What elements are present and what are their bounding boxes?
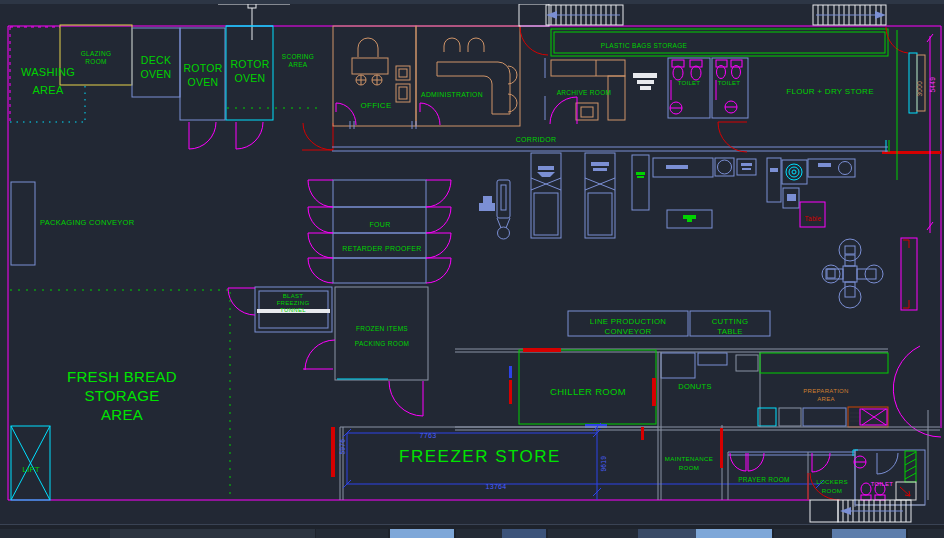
taskbar-button[interactable]	[832, 529, 906, 538]
taskbar-button[interactable]	[696, 529, 772, 538]
taskbar-button[interactable]	[316, 529, 388, 538]
label-blast-tunnel: BLAST FREEZING TUNNEL	[258, 293, 328, 314]
label-toilet-2: TOILET	[708, 79, 750, 88]
label-maintenance-room: MAINTENANCE ROOM	[658, 454, 720, 473]
taskbar-button[interactable]	[456, 529, 502, 538]
room-toilet-bottom	[853, 410, 928, 505]
label-glazing-room: GLAZING ROOM	[58, 50, 134, 66]
label-scoring-area: SCORING AREA	[270, 53, 326, 70]
label-lift: LIFT	[13, 464, 49, 476]
label-donuts: DONUTS	[665, 382, 725, 393]
room-flour-store	[882, 27, 941, 233]
label-toilet-1: TOILET	[668, 79, 710, 88]
label-lockers-room: LOCKERS ROOM	[806, 478, 858, 495]
label-administration: ADMINISTRATION	[416, 90, 488, 100]
label-corridor: CORRIDOR	[508, 135, 564, 145]
taskbar-button[interactable]	[110, 529, 315, 538]
label-washing-area: WASHING AREA	[8, 64, 88, 99]
label-chiller-room: CHILLER ROOM	[526, 385, 650, 399]
label-freezer-store: FREEZER STORE	[370, 445, 590, 470]
taskbar-button[interactable]	[638, 529, 696, 538]
taskbar-button[interactable]	[774, 529, 832, 538]
packaging-conveyor	[11, 182, 35, 265]
label-fresh-bread: FRESH BREAD STORAGE AREA	[52, 368, 192, 424]
room-maintenance	[658, 352, 723, 500]
room-toilets-top	[668, 58, 748, 118]
bakery-equipment	[479, 153, 917, 310]
cad-application-window: WASHING AREA GLAZING ROOM DECK OVEN ROTO…	[0, 0, 944, 538]
taskbar-button[interactable]	[908, 529, 944, 538]
dim-site-right: 5449	[928, 70, 937, 100]
label-cutting-table: CUTTING TABLE	[690, 317, 770, 336]
label-plastic-bags: PLASTIC BAGS STORAGE	[556, 41, 732, 50]
dim-freezer-mid: 9619	[599, 449, 608, 479]
dim-freezer-left: 5976	[338, 432, 347, 462]
label-archive-room: ARCHIVE ROOM	[548, 88, 620, 97]
label-flour-store: FLOUR + DRY STORE	[756, 86, 904, 98]
label-line-production: LINE PRODUCTION CONVEYOR	[570, 317, 686, 336]
label-deck-oven: DECK OVEN	[130, 53, 182, 81]
stairs-bottom	[810, 500, 911, 522]
label-toilet-3: TOILET	[862, 480, 902, 489]
label-rotor-oven-2: ROTOR OVEN	[224, 57, 276, 85]
label-office: OFFICE	[350, 100, 402, 112]
room-administration	[416, 26, 520, 126]
label-prayer-room: PRAYER ROOM	[730, 475, 798, 484]
taskbar-button[interactable]	[548, 529, 638, 538]
label-table: Table	[801, 214, 825, 223]
label-packaging-conveyor: PACKAGING CONVEYOR	[40, 218, 170, 229]
dim-freezer-bottom: 13764	[474, 482, 518, 492]
floor-plan-canvas[interactable]: WASHING AREA GLAZING ROOM DECK OVEN ROTO…	[0, 4, 944, 524]
label-retarder-proofer: RETARDER PROOFER	[338, 244, 426, 254]
label-four: FOUR	[348, 220, 412, 230]
dim-freezer-top: 7763	[408, 431, 448, 441]
taskbar-button[interactable]	[0, 529, 110, 538]
label-preparation-area: PREPARATION AREA	[796, 388, 856, 404]
oven-doors	[189, 122, 333, 150]
label-rotor-oven-1: ROTOR OVEN	[178, 61, 228, 89]
label-frozen-items: FROZEN ITEMS PACKING ROOM	[342, 322, 422, 352]
lift-shaft	[11, 426, 50, 500]
retarder-proofer-unit	[308, 180, 451, 283]
status-bar	[0, 524, 944, 538]
taskbar-button[interactable]	[390, 529, 454, 538]
taskbar-button[interactable]	[502, 529, 546, 538]
dim-flour-depth: 3000	[915, 75, 924, 103]
